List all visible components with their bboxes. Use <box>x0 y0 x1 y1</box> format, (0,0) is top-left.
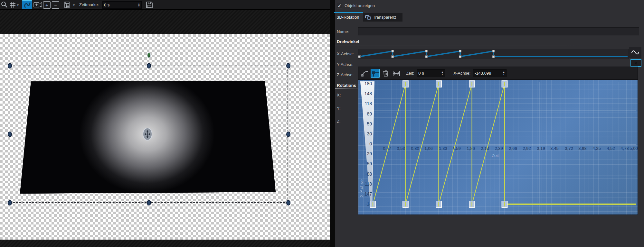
magnifier-icon[interactable] <box>1 1 8 9</box>
curve-editor-graph[interactable]: X-Achse 1801481188959300-29-59-88-118-14… <box>358 79 638 215</box>
handle-mid-left[interactable] <box>8 132 12 137</box>
canvas-bottom-strip <box>0 240 335 247</box>
move-handle[interactable] <box>143 128 152 141</box>
preview-keyframe[interactable] <box>492 50 495 52</box>
fit-width-button[interactable] <box>392 69 401 78</box>
keyframe-handle[interactable] <box>502 201 507 207</box>
rotate-handle[interactable] <box>147 52 151 58</box>
zeit-field[interactable]: 0 s ▲▼ <box>417 69 445 77</box>
sine-icon <box>631 50 639 55</box>
grid-icon[interactable] <box>9 1 16 8</box>
camera-icon[interactable] <box>33 2 43 8</box>
zeitmarke-label: Zeitmarke: <box>79 2 99 7</box>
keyframe-handle[interactable] <box>370 201 376 207</box>
tab-transparenz[interactable]: Transparenz <box>363 13 402 22</box>
y-achse-label: Y-Achse: <box>337 62 354 67</box>
keyframe-handle[interactable] <box>469 201 475 207</box>
drehwinkel-header: Drehwinkel <box>337 39 359 44</box>
show-object-label: Objekt anzeigen <box>345 3 375 8</box>
keyframe-handle[interactable] <box>436 81 441 87</box>
z-achse-label: Z-Achse: <box>337 72 354 77</box>
preview-keyframe[interactable] <box>392 50 394 52</box>
close-editor-button[interactable]: × <box>630 59 641 67</box>
preview-keyframe[interactable] <box>459 50 461 52</box>
drehwinkel-divider <box>335 45 641 45</box>
panel-divider <box>330 0 335 247</box>
bezier-keyframe-button[interactable] <box>360 69 369 78</box>
active-tab-indicator <box>334 12 363 13</box>
name-label: Name: <box>337 29 349 34</box>
keyframe-handle[interactable] <box>403 81 408 87</box>
xachse-spinner[interactable]: ▲▼ <box>503 71 505 76</box>
editor-xachse-label: X-Achse: <box>453 71 470 76</box>
zeit-label: Zeit: <box>406 71 414 76</box>
checkmark-icon: ✓ <box>338 3 342 8</box>
handle-top-right[interactable] <box>286 63 290 69</box>
preview-keyframe[interactable] <box>392 56 394 58</box>
zeit-spinner[interactable]: ▲▼ <box>441 71 443 76</box>
name-input[interactable] <box>358 27 639 35</box>
canvas-top-strip <box>0 10 335 34</box>
handle-bottom-right[interactable] <box>286 200 290 206</box>
curve-tool-button[interactable] <box>22 0 32 9</box>
preview-keyframe[interactable] <box>358 56 361 58</box>
handle-top-center[interactable] <box>147 63 151 69</box>
curve-icon <box>23 1 31 9</box>
handle-bottom-left[interactable] <box>8 200 12 206</box>
tab-3d-rotation[interactable]: 3D-Rotation <box>337 15 359 20</box>
coord-z-label: Z: <box>337 119 341 124</box>
keyframe-list-icon[interactable] <box>63 1 71 9</box>
zoom-in-button[interactable]: + <box>43 1 51 9</box>
save-icon[interactable] <box>146 1 153 9</box>
transparency-icon <box>365 15 371 20</box>
x-achse-curve <box>358 49 628 59</box>
keyframe-handle[interactable] <box>403 201 408 207</box>
preview-keyframe[interactable] <box>459 56 461 58</box>
close-icon: × <box>635 60 638 66</box>
zeit-value: 0 s <box>418 71 424 76</box>
app-window: ▾ + − ▾ Zeitmarke: 0 s ▲▼ <box>0 0 644 247</box>
linear-keyframe-button[interactable] <box>371 69 380 78</box>
handle-mid-right[interactable] <box>286 132 290 137</box>
curve-editor-toolbar: Zeit: 0 s ▲▼ X-Achse: -143,098 ▲▼ <box>358 67 638 79</box>
show-object-checkbox[interactable]: ✓ <box>337 3 342 8</box>
zoom-out-button[interactable]: − <box>52 1 59 9</box>
xachse-value-field[interactable]: -143,098 ▲▼ <box>473 69 507 77</box>
zeitmarke-value: 0 s <box>104 3 109 7</box>
rotation-curve[interactable] <box>358 80 638 215</box>
coord-y-label: Y: <box>337 106 341 111</box>
grid-dropdown-caret[interactable]: ▾ <box>17 3 19 7</box>
x-achse-curve-preview[interactable] <box>358 49 629 59</box>
fit-width-icon <box>392 70 401 77</box>
zeitmarke-spinner[interactable]: ▲▼ <box>138 3 140 7</box>
zeitmarke-field[interactable]: 0 s ▲▼ <box>102 1 142 9</box>
handle-top-left[interactable] <box>8 63 12 69</box>
delete-keyframe-button[interactable] <box>381 69 390 78</box>
properties-panel: ✓ Objekt anzeigen 3D-Rotation Transparen… <box>335 0 644 247</box>
x-achse-label: X-Achse: <box>337 51 354 56</box>
oscillation-button[interactable] <box>629 47 641 58</box>
preview-keyframe[interactable] <box>492 56 495 58</box>
preview-keyframe[interactable] <box>425 50 428 52</box>
rotation-header: Rotations <box>337 83 358 88</box>
keyframe-handle[interactable] <box>469 81 475 87</box>
keyframe-handle[interactable] <box>502 81 507 87</box>
list-dropdown-caret[interactable]: ▾ <box>73 3 75 7</box>
preview-keyframe[interactable] <box>425 56 428 58</box>
rotation-divider <box>335 88 358 89</box>
handle-bottom-center[interactable] <box>147 200 151 206</box>
trash-icon <box>382 70 389 77</box>
keyframe-handle[interactable] <box>436 201 441 207</box>
main-toolbar: ▾ + − ▾ Zeitmarke: 0 s ▲▼ <box>0 0 335 10</box>
coord-x-label: X: <box>337 93 341 97</box>
move-arrows-icon <box>145 130 150 138</box>
xachse-value: -143,098 <box>475 71 491 76</box>
